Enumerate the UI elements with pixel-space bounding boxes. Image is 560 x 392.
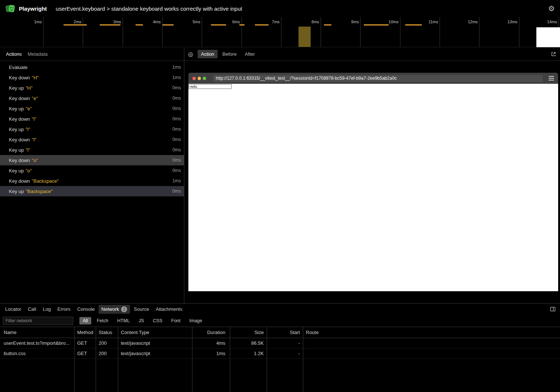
settings-gear-icon[interactable]: ⚙ xyxy=(548,5,555,12)
action-duration: 0ms xyxy=(172,96,181,101)
action-key-value: "H" xyxy=(32,75,39,80)
close-traffic-light-icon xyxy=(192,77,196,80)
column-header-status: Status xyxy=(96,330,118,335)
tab-source[interactable]: Source xyxy=(131,305,152,313)
cell-type: text/javascript xyxy=(118,351,192,356)
action-key-value: "o" xyxy=(32,158,38,163)
tab-network[interactable]: Network2 xyxy=(99,305,130,314)
cell-name: button.css xyxy=(0,351,74,356)
action-label: Key down xyxy=(9,96,30,101)
action-label: Key down xyxy=(9,137,30,142)
timeline-action-bar xyxy=(239,24,245,25)
timeline-gridline xyxy=(281,17,281,47)
timeline[interactable]: 1ms2ms3ms4ms5ms6ms7ms8ms9ms10ms11ms12ms1… xyxy=(0,17,560,47)
action-row[interactable]: Key up"e"0ms xyxy=(0,103,184,114)
action-row[interactable]: Key up"Backspace"0ms xyxy=(0,186,184,196)
network-toolbar: AllFetchHTMLJSCSSFontImage xyxy=(0,314,560,327)
cell-status: 200 xyxy=(96,340,118,346)
column-header-start: Start xyxy=(267,330,303,335)
timeline-action-bar xyxy=(211,24,226,25)
tab-call[interactable]: Call xyxy=(25,305,39,313)
action-key-value: "l" xyxy=(32,137,36,142)
pick-locator-target-icon[interactable]: ◎ xyxy=(188,51,193,58)
network-request-row[interactable]: button.cssGET200text/javascript1ms1.2K- xyxy=(0,348,560,359)
cell-dur: 1ms xyxy=(192,351,230,356)
filter-chip-fetch[interactable]: Fetch xyxy=(93,317,112,324)
cell-method: GET xyxy=(74,340,96,346)
snapshot-toolbar: ◎ ActionBeforeAfter xyxy=(184,48,560,61)
action-label: Key down xyxy=(9,158,30,163)
table-column-divider xyxy=(192,327,192,392)
timeline-action-bar xyxy=(405,24,422,25)
timeline-action-bar xyxy=(163,24,174,25)
table-column-divider xyxy=(230,327,230,392)
tab-errors[interactable]: Errors xyxy=(54,305,73,313)
filter-chip-js[interactable]: JS xyxy=(135,317,147,324)
action-label: Key up xyxy=(9,168,24,173)
tab-after[interactable]: After xyxy=(241,50,258,58)
tab-action[interactable]: Action xyxy=(198,50,218,58)
tab-attachments[interactable]: Attachments xyxy=(153,305,185,313)
network-count-badge: 2 xyxy=(121,306,127,312)
action-row[interactable]: Evaluate1ms xyxy=(0,62,184,72)
filter-chip-css[interactable]: CSS xyxy=(150,317,166,324)
timeline-gridline xyxy=(162,17,163,47)
snapshot-tabbar: ActionBeforeAfter xyxy=(198,50,258,58)
header: Playwright userEvent.keyboard > standalo… xyxy=(0,0,560,17)
actions-panel: ActionsMetadata Evaluate1msKey down"H"1m… xyxy=(0,48,184,303)
filter-chip-font[interactable]: Font xyxy=(168,317,184,324)
action-row[interactable]: Key up"H"0ms xyxy=(0,83,184,93)
page-text-input[interactable] xyxy=(188,84,232,89)
action-duration: 0ms xyxy=(172,85,181,90)
tab-label: Attachments xyxy=(156,306,182,312)
cell-method: GET xyxy=(74,351,96,356)
filter-chip-all[interactable]: All xyxy=(79,317,91,324)
panel-layout-icon[interactable] xyxy=(550,306,556,312)
cell-size: 1.2K xyxy=(230,351,267,356)
action-label: Evaluate xyxy=(9,65,28,70)
action-row[interactable]: Key up"o"0ms xyxy=(0,165,184,176)
tab-actions[interactable]: Actions xyxy=(3,50,25,58)
action-row[interactable]: Key down"l"0ms xyxy=(0,134,184,145)
snapshot-browser-frame: http://127.0.0.1:63315/__vitest_test__/?… xyxy=(188,73,558,291)
app-name: Playwright xyxy=(19,6,47,12)
action-row[interactable]: Key down"Backspace"1ms xyxy=(0,176,184,186)
browser-menu-icon xyxy=(549,76,554,80)
column-header-method: Method xyxy=(74,330,96,335)
action-duration: 0ms xyxy=(172,168,181,173)
tab-metadata[interactable]: Metadata xyxy=(25,50,51,58)
timeline-tick-label: 12ms xyxy=(448,20,478,24)
action-row[interactable]: Key up"l"0ms xyxy=(0,124,184,134)
timeline-gridline xyxy=(83,17,83,47)
timeline-selected-range[interactable] xyxy=(298,27,311,47)
tab-log[interactable]: Log xyxy=(40,305,54,313)
action-duration: 1ms xyxy=(172,65,181,70)
maximize-traffic-light-icon xyxy=(203,77,206,80)
action-row[interactable]: Key down"e"0ms xyxy=(0,93,184,103)
network-filter-input[interactable] xyxy=(3,317,73,325)
filter-chip-html[interactable]: HTML xyxy=(114,317,133,324)
timeline-tick-label: 4ms xyxy=(131,20,161,24)
network-request-row[interactable]: userEvent.test.ts?import&bro...GET200tex… xyxy=(0,338,560,348)
timeline-tick-label: 8ms xyxy=(290,20,319,24)
action-duration: 1ms xyxy=(172,75,181,80)
column-header-name: Name xyxy=(0,330,74,335)
timeline-film-thumbnail[interactable] xyxy=(536,27,560,47)
tab-before[interactable]: Before xyxy=(219,50,240,58)
filter-chip-image[interactable]: Image xyxy=(186,317,206,324)
action-label: Key up xyxy=(9,85,24,91)
action-row[interactable]: Key down"l"0ms xyxy=(0,114,184,124)
action-row[interactable]: Key down"H"1ms xyxy=(0,72,184,83)
tab-label: Log xyxy=(43,306,51,312)
open-external-icon[interactable] xyxy=(551,51,556,57)
tab-console[interactable]: Console xyxy=(74,305,98,313)
network-table-header: NameMethodStatusContent TypeDurationSize… xyxy=(0,327,560,338)
action-row[interactable]: Key down"o"0ms xyxy=(0,155,184,165)
tab-locator[interactable]: Locator xyxy=(2,305,24,313)
playwright-logo-icon xyxy=(5,4,15,14)
details-tabbar: LocatorCallLogErrorsConsoleNetwork2Sourc… xyxy=(0,304,560,314)
action-duration: 0ms xyxy=(172,106,181,111)
action-row[interactable]: Key up"l"0ms xyxy=(0,145,184,155)
timeline-gridline xyxy=(43,17,44,47)
column-header-route: Route xyxy=(303,330,560,335)
